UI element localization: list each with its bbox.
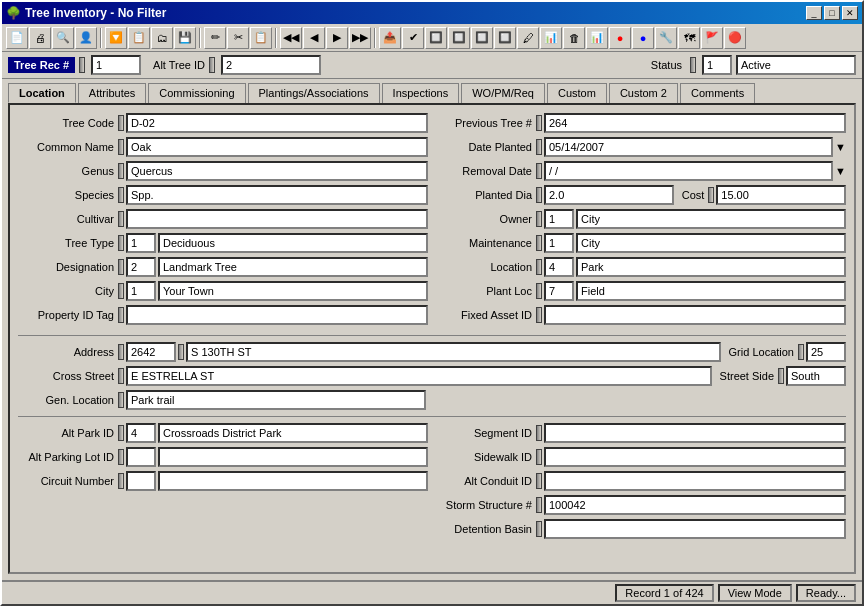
owner-input[interactable] [576, 209, 846, 229]
tools-button[interactable]: 🔧 [655, 27, 677, 49]
tab-inspections[interactable]: Inspections [382, 83, 460, 103]
minimize-button[interactable]: _ [806, 6, 822, 20]
chart-button[interactable]: 📊 [540, 27, 562, 49]
address-num-input[interactable] [126, 342, 176, 362]
status-value-input[interactable] [736, 55, 856, 75]
grid-button-2[interactable]: 🔲 [448, 27, 470, 49]
alt-park-num[interactable] [126, 423, 156, 443]
print-button[interactable]: 🖨 [29, 27, 51, 49]
close-button[interactable]: ✕ [842, 6, 858, 20]
cultivar-label: Cultivar [18, 213, 118, 225]
gen-location-input[interactable] [126, 390, 426, 410]
cultivar-input[interactable] [126, 209, 428, 229]
plant-loc-num[interactable] [544, 281, 574, 301]
nav-next[interactable]: ▶ [326, 27, 348, 49]
tab-plantings[interactable]: Plantings/Associations [248, 83, 380, 103]
address-label: Address [18, 346, 118, 358]
grid-input[interactable] [806, 342, 846, 362]
designation-num[interactable] [126, 257, 156, 277]
gen-location-sep [118, 392, 124, 408]
prev-tree-input[interactable] [544, 113, 846, 133]
alt-tree-id-input[interactable] [221, 55, 321, 75]
alt-parking-lot-num[interactable] [126, 447, 156, 467]
check-button[interactable]: ✔ [402, 27, 424, 49]
segment-id-input[interactable] [544, 423, 846, 443]
status-num-input[interactable] [702, 55, 732, 75]
blue-button[interactable]: ● [632, 27, 654, 49]
detention-basin-input[interactable] [544, 519, 846, 539]
maintenance-input[interactable] [576, 233, 846, 253]
owner-num[interactable] [544, 209, 574, 229]
nav-last[interactable]: ▶▶ [349, 27, 371, 49]
nav-first[interactable]: ◀◀ [280, 27, 302, 49]
report-button[interactable]: 📊 [586, 27, 608, 49]
edit-button[interactable]: ✏ [204, 27, 226, 49]
species-input[interactable] [126, 185, 428, 205]
tb-btn-2[interactable]: 📋 [128, 27, 150, 49]
fixed-asset-id-input[interactable] [544, 305, 846, 325]
stop-button[interactable]: 🔴 [724, 27, 746, 49]
date-planted-input[interactable] [544, 137, 833, 157]
removal-date-input[interactable] [544, 161, 833, 181]
address-street-input[interactable] [186, 342, 721, 362]
tab-wo-pm-req[interactable]: WO/PM/Req [461, 83, 545, 103]
export-button[interactable]: 📤 [379, 27, 401, 49]
search-button[interactable]: 🔍 [52, 27, 74, 49]
new-button[interactable]: 📄 [6, 27, 28, 49]
maintenance-num[interactable] [544, 233, 574, 253]
tree-code-input[interactable] [126, 113, 428, 133]
cost-input[interactable] [716, 185, 846, 205]
cut-button[interactable]: ✂ [227, 27, 249, 49]
designation-sep [118, 259, 124, 275]
delete-button[interactable]: 🗑 [563, 27, 585, 49]
date-planted-dropdown[interactable]: ▼ [835, 141, 846, 153]
alt-parking-lot-input[interactable] [158, 447, 428, 467]
user-button[interactable]: 👤 [75, 27, 97, 49]
circuit-number-input[interactable] [158, 471, 428, 491]
cross-street-input[interactable] [126, 366, 712, 386]
plant-loc-input[interactable] [576, 281, 846, 301]
maximize-button[interactable]: □ [824, 6, 840, 20]
storm-structure-input[interactable] [544, 495, 846, 515]
copy-button[interactable]: 📋 [250, 27, 272, 49]
tree-rec-input[interactable] [91, 55, 141, 75]
circuit-number-num[interactable] [126, 471, 156, 491]
tab-custom[interactable]: Custom [547, 83, 607, 103]
grid-button-4[interactable]: 🔲 [494, 27, 516, 49]
map-button[interactable]: 🗺 [678, 27, 700, 49]
tab-custom2[interactable]: Custom 2 [609, 83, 678, 103]
location-num[interactable] [544, 257, 574, 277]
common-name-input[interactable] [126, 137, 428, 157]
tb-btn-3[interactable]: 🗂 [151, 27, 173, 49]
red-button[interactable]: ● [609, 27, 631, 49]
tab-location[interactable]: Location [8, 83, 76, 103]
alt-park-input[interactable] [158, 423, 428, 443]
common-name-label: Common Name [18, 141, 118, 153]
tree-type-num[interactable] [126, 233, 156, 253]
grid-button-3[interactable]: 🔲 [471, 27, 493, 49]
draw-button[interactable]: 🖊 [517, 27, 539, 49]
street-side-input[interactable] [786, 366, 846, 386]
alt-conduit-id-input[interactable] [544, 471, 846, 491]
designation-input[interactable] [158, 257, 428, 277]
tab-attributes[interactable]: Attributes [78, 83, 146, 103]
tab-commissioning[interactable]: Commissioning [148, 83, 245, 103]
tab-comments[interactable]: Comments [680, 83, 755, 103]
planted-dia-input[interactable] [544, 185, 674, 205]
nav-prev[interactable]: ◀ [303, 27, 325, 49]
circuit-number-row: Circuit Number [18, 471, 428, 491]
tree-type-input[interactable] [158, 233, 428, 253]
common-name-row: Common Name [18, 137, 428, 157]
sidewalk-id-input[interactable] [544, 447, 846, 467]
genus-input[interactable] [126, 161, 428, 181]
species-row: Species [18, 185, 428, 205]
flag-button[interactable]: 🚩 [701, 27, 723, 49]
removal-date-dropdown[interactable]: ▼ [835, 165, 846, 177]
filter-button[interactable]: 🔽 [105, 27, 127, 49]
grid-button-1[interactable]: 🔲 [425, 27, 447, 49]
city-input[interactable] [158, 281, 428, 301]
city-num[interactable] [126, 281, 156, 301]
tb-btn-4[interactable]: 💾 [174, 27, 196, 49]
location-input[interactable] [576, 257, 846, 277]
property-id-tag-input[interactable] [126, 305, 428, 325]
